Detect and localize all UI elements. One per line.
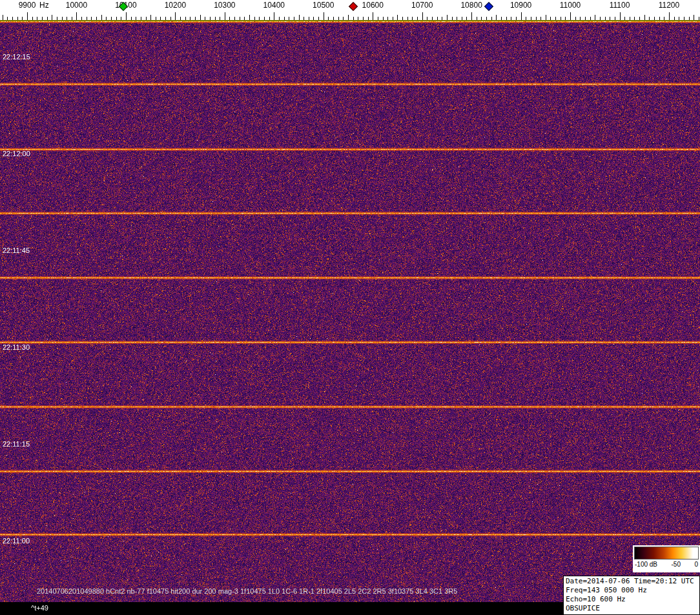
info-station: OBSUPICE bbox=[566, 604, 697, 613]
freq-tick-label: 10900 bbox=[510, 1, 531, 10]
freq-tick-label: 10800 bbox=[460, 1, 482, 10]
time-cursor-label: ^t+49 bbox=[31, 604, 48, 612]
freq-tick-label: 9900 bbox=[19, 1, 36, 10]
spectrogram-canvas[interactable] bbox=[0, 21, 700, 602]
freq-tick-label: 10000 bbox=[66, 1, 87, 10]
colorbar-label-max: 0 bbox=[694, 561, 698, 568]
colorbar-gradient bbox=[634, 547, 699, 560]
colorbar: -100 dB -50 0 bbox=[633, 545, 700, 572]
frequency-unit-label: Hz bbox=[39, 1, 49, 10]
freq-tick-label: 10500 bbox=[313, 1, 334, 10]
freq-tick-label: 10300 bbox=[214, 1, 235, 10]
freq-tick-label: 10200 bbox=[165, 1, 186, 10]
freq-tick-label: 10400 bbox=[263, 1, 285, 10]
colorbar-label-min: -100 dB bbox=[635, 561, 657, 568]
info-box: Date=2014-07-06 Time=20:12 UTC Freq=143 … bbox=[563, 576, 700, 615]
freq-tick-label: 10600 bbox=[362, 1, 384, 10]
colorbar-labels: -100 dB -50 0 bbox=[634, 561, 699, 568]
freq-tick-label: 10700 bbox=[411, 1, 433, 10]
ruler-ticks-canvas bbox=[0, 0, 700, 21]
info-frequency: Freq=143 050 000 Hz bbox=[566, 586, 697, 595]
freq-tick-label: 11200 bbox=[659, 1, 679, 10]
freq-tick-label: 11000 bbox=[560, 1, 581, 10]
colorbar-label-mid: -50 bbox=[672, 561, 681, 568]
detection-status-line: 20140706201049880 hCnt2 nb-77 f10475 hit… bbox=[37, 587, 457, 595]
info-date-time: Date=2014-07-06 Time=20:12 UTC bbox=[566, 577, 697, 586]
info-echo: Echo=10 600 Hz bbox=[566, 595, 697, 604]
spectrogram-app-window: 9900100001010010200103001040010500106001… bbox=[0, 0, 700, 615]
freq-tick-label: 11100 bbox=[610, 1, 630, 10]
frequency-ruler: 9900100001010010200103001040010500106001… bbox=[0, 0, 700, 21]
